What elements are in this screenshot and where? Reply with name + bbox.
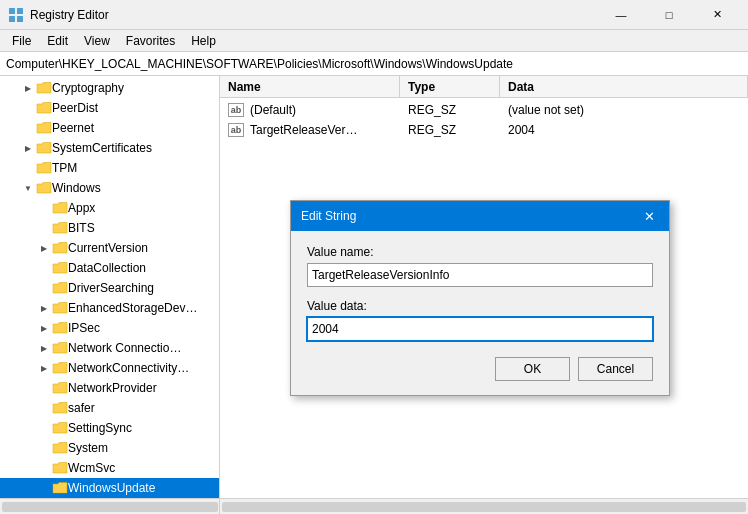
tree-item-driversearching[interactable]: DriverSearching: [0, 278, 219, 298]
expand-icon-settingsync: [36, 420, 52, 436]
table-row[interactable]: ab (Default) REG_SZ (value not set): [220, 100, 748, 120]
expand-icon-enhancedstorage: ▶: [36, 300, 52, 316]
address-bar: Computer\HKEY_LOCAL_MACHINE\SOFTWARE\Pol…: [0, 52, 748, 76]
tree-item-ipsec[interactable]: ▶ IPSec: [0, 318, 219, 338]
tree-item-safer[interactable]: safer: [0, 398, 219, 418]
tree-item-system[interactable]: System: [0, 438, 219, 458]
expand-icon-networkconnectivity: ▶: [36, 360, 52, 376]
tree-item-currentversion[interactable]: ▶ CurrentVersion: [0, 238, 219, 258]
tree-label-driversearching: DriverSearching: [68, 281, 154, 295]
folder-icon-systemcerts: [36, 141, 52, 155]
value-data-input[interactable]: [307, 317, 653, 341]
tree-label-wcmsvc: WcmSvc: [68, 461, 115, 475]
app-icon: [8, 7, 24, 23]
value-data-label: Value data:: [307, 299, 653, 313]
tree-item-tpm[interactable]: TPM: [0, 158, 219, 178]
table-row[interactable]: ab TargetReleaseVer… REG_SZ 2004: [220, 120, 748, 140]
reg-sz-icon-2: ab: [228, 123, 244, 137]
expand-icon-systemcerts: ▶: [20, 140, 36, 156]
folder-icon-tpm: [36, 161, 52, 175]
dialog-ok-button[interactable]: OK: [495, 357, 570, 381]
expand-icon-ipsec: ▶: [36, 320, 52, 336]
tree-item-systemcertificates[interactable]: ▶ SystemCertificates: [0, 138, 219, 158]
menu-favorites[interactable]: Favorites: [118, 32, 183, 50]
tree-item-bits[interactable]: BITS: [0, 218, 219, 238]
tree-item-windowsupdate[interactable]: WindowsUpdate: [0, 478, 219, 498]
tree-panel: ▶ Cryptography PeerDist Peernet: [0, 76, 220, 514]
expand-icon-windowsupdate: [36, 480, 52, 496]
expand-icon-driversearching: [36, 280, 52, 296]
row-name-targetrelease: ab TargetReleaseVer…: [220, 123, 400, 137]
row-type-targetrelease: REG_SZ: [400, 123, 500, 137]
tree-container[interactable]: ▶ Cryptography PeerDist Peernet: [0, 76, 219, 514]
folder-icon-enhancedstorage: [52, 301, 68, 315]
right-hscrollbar[interactable]: [220, 498, 748, 514]
tree-label-peernet: Peernet: [52, 121, 94, 135]
tree-item-networkconnectivity[interactable]: ▶ NetworkConnectivity…: [0, 358, 219, 378]
row-name-default: ab (Default): [220, 103, 400, 117]
right-rows: ab (Default) REG_SZ (value not set) ab T…: [220, 98, 748, 142]
close-button[interactable]: ✕: [694, 0, 740, 30]
row-data-default: (value not set): [500, 103, 748, 117]
tree-label-settingsync: SettingSync: [68, 421, 132, 435]
tree-label-networkprovider: NetworkProvider: [68, 381, 157, 395]
expand-icon-peernet: [20, 120, 36, 136]
folder-icon-datacollection: [52, 261, 68, 275]
tree-item-settingsync[interactable]: SettingSync: [0, 418, 219, 438]
tree-item-wcmsvc[interactable]: WcmSvc: [0, 458, 219, 478]
menu-file[interactable]: File: [4, 32, 39, 50]
dialog-cancel-button[interactable]: Cancel: [578, 357, 653, 381]
maximize-button[interactable]: □: [646, 0, 692, 30]
tree-label-systemcerts: SystemCertificates: [52, 141, 152, 155]
edit-string-dialog: Edit String ✕ Value name: Value data: OK…: [290, 200, 670, 396]
tree-label-enhancedstorage: EnhancedStorageDev…: [68, 301, 197, 315]
value-name-label: Value name:: [307, 245, 653, 259]
dialog-buttons: OK Cancel: [307, 357, 653, 381]
tree-item-enhancedstorage[interactable]: ▶ EnhancedStorageDev…: [0, 298, 219, 318]
tree-item-networkconnection[interactable]: ▶ Network Connectio…: [0, 338, 219, 358]
col-header-name: Name: [220, 76, 400, 97]
folder-icon-appx: [52, 201, 68, 215]
menu-edit[interactable]: Edit: [39, 32, 76, 50]
dialog-title: Edit String: [301, 209, 639, 223]
value-name-input[interactable]: [307, 263, 653, 287]
svg-rect-1: [17, 8, 23, 14]
tree-label-windowsupdate: WindowsUpdate: [68, 481, 155, 495]
right-hscrollbar-track: [222, 502, 746, 512]
expand-icon-tpm: [20, 160, 36, 176]
tree-item-windows[interactable]: ▼ Windows: [0, 178, 219, 198]
svg-rect-3: [17, 16, 23, 22]
tree-item-cryptography[interactable]: ▶ Cryptography: [0, 78, 219, 98]
svg-rect-2: [9, 16, 15, 22]
tree-hscrollbar[interactable]: [0, 498, 220, 514]
tree-item-appx[interactable]: Appx: [0, 198, 219, 218]
reg-sz-icon: ab: [228, 103, 244, 117]
tree-item-peerdist[interactable]: PeerDist: [0, 98, 219, 118]
tree-label-cryptography: Cryptography: [52, 81, 124, 95]
folder-icon-networkprovider: [52, 381, 68, 395]
folder-icon-driversearching: [52, 281, 68, 295]
expand-icon-system: [36, 440, 52, 456]
folder-icon-cryptography: [36, 81, 52, 95]
expand-icon-networkprovider: [36, 380, 52, 396]
tree-label-currentversion: CurrentVersion: [68, 241, 148, 255]
tree-label-windows: Windows: [52, 181, 101, 195]
col-header-data: Data: [500, 76, 748, 97]
tree-item-networkprovider[interactable]: NetworkProvider: [0, 378, 219, 398]
expand-icon-windows: ▼: [20, 180, 36, 196]
folder-icon-system: [52, 441, 68, 455]
menu-bar: File Edit View Favorites Help: [0, 30, 748, 52]
tree-item-datacollection[interactable]: DataCollection: [0, 258, 219, 278]
menu-help[interactable]: Help: [183, 32, 224, 50]
folder-icon-peerdist: [36, 101, 52, 115]
tree-item-peernet[interactable]: Peernet: [0, 118, 219, 138]
dialog-close-button[interactable]: ✕: [639, 206, 659, 226]
tree-label-system: System: [68, 441, 108, 455]
minimize-button[interactable]: —: [598, 0, 644, 30]
folder-icon-networkconnectivity: [52, 361, 68, 375]
row-data-targetrelease: 2004: [500, 123, 748, 137]
tree-label-peerdist: PeerDist: [52, 101, 98, 115]
folder-icon-windowsupdate: [52, 481, 68, 495]
menu-view[interactable]: View: [76, 32, 118, 50]
expand-icon-peerdist: [20, 100, 36, 116]
